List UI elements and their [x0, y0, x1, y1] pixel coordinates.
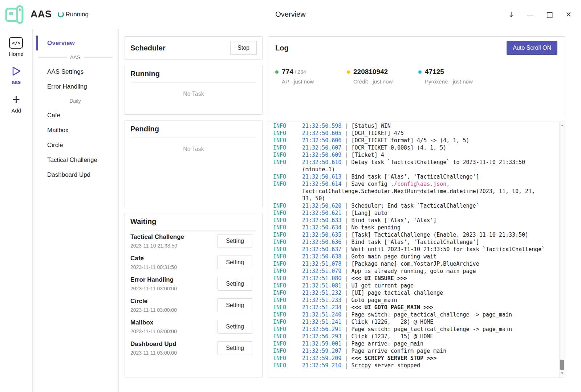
log-separator: |	[341, 246, 351, 253]
log-separator: |	[341, 319, 351, 325]
stat-value: 774	[282, 68, 293, 76]
log-text: [OCR_TICKET format] 4/5 -> (4, 1, 5)	[351, 137, 469, 144]
task-setting-button[interactable]: Setting	[218, 320, 252, 334]
nav-home[interactable]: </> Home	[9, 37, 23, 57]
nav-aas[interactable]: aas	[11, 66, 22, 85]
task-info: Mailbox2023-11-11 03:00:00	[130, 319, 177, 334]
maximize-button[interactable]: □	[546, 11, 553, 18]
menu-item-error-handling[interactable]: Error Handling	[36, 79, 113, 94]
close-button[interactable]: ✕	[565, 11, 572, 18]
log-message: 21:32:51.080 | <<< UI ENSURE >>>	[302, 275, 547, 282]
code-glyph: </>	[12, 40, 20, 46]
log-text: [Status] WIN	[351, 123, 390, 129]
menu-item-overview[interactable]: Overview	[36, 36, 113, 50]
log-entry: INFO21:32:50.637 | Wait until 2023-11-10…	[273, 246, 547, 253]
scheduler-card: Scheduler Stop	[125, 36, 263, 60]
log-text: Page switch: page_tactical_challenge -> …	[351, 311, 512, 318]
log-entry: INFO21:32:59.207 | Page arrive confirm p…	[273, 347, 547, 355]
menu-group-divider-daily: Daily	[36, 94, 113, 108]
task-setting-button[interactable]: Setting	[218, 341, 252, 355]
log-separator: |	[341, 348, 351, 354]
log-entry: INFO21:32:50.607 | [OCR_TICKET 0.008s] (…	[273, 144, 547, 151]
menu-item-dashboard-upd[interactable]: Dashboard Upd	[36, 167, 113, 182]
running-card: Running No Task	[125, 65, 263, 115]
log-separator: |	[341, 268, 351, 274]
log-level: INFO	[273, 144, 302, 151]
log-entry: INFO21:32:50.613 | Bind task ['Alas', 'T…	[273, 173, 547, 180]
log-separator: |	[341, 173, 351, 180]
plus-icon: +	[12, 94, 20, 105]
menu-item-mailbox[interactable]: Mailbox	[36, 123, 113, 138]
task-name: Mailbox	[130, 319, 177, 326]
scrollbar-up-arrow[interactable]: ▲	[560, 123, 565, 128]
scrollbar-thumb[interactable]	[560, 360, 564, 370]
log-level: INFO	[273, 209, 302, 217]
menu-item-tactical-challenge[interactable]: Tactical Challenge	[36, 152, 113, 167]
nav-add[interactable]: + Add	[11, 94, 21, 114]
task-name: Tactical Challenge	[130, 233, 184, 241]
task-next-run-time: 2023-11-11 03:00:00	[130, 350, 177, 356]
log-level: INFO	[273, 180, 302, 202]
log-entry: INFO21:32:50.605 | [OCR_TICKET] 4/5	[273, 130, 547, 137]
log-message: 21:32:51.233 | Goto page_main	[302, 297, 547, 304]
auto-scroll-toggle[interactable]: Auto Scroll ON	[507, 41, 557, 55]
log-level: INFO	[273, 340, 302, 347]
divider-line	[84, 57, 113, 58]
running-title: Running	[130, 70, 160, 78]
log-message: 21:32:51.081 | UI get current page	[302, 282, 547, 289]
task-setting-button[interactable]: Setting	[218, 277, 252, 291]
main-content: Scheduler Stop Running No Task Pending N…	[119, 29, 581, 392]
log-entry: INFO21:32:51.234 | <<< UI GOTO PAGE_MAIN…	[273, 304, 547, 311]
task-next-run-time: 2023-11-10 21:33:50	[130, 243, 184, 249]
scheduler-stop-button[interactable]: Stop	[230, 41, 257, 55]
log-message: 21:32:50.635 | [Task] TacticalChallenge …	[302, 231, 547, 238]
task-name: Dashboard Upd	[130, 340, 177, 348]
scrollbar-down-arrow[interactable]: ▼	[560, 371, 565, 376]
update-button[interactable]: ↓	[508, 11, 515, 18]
stat-dot-icon	[275, 70, 279, 74]
log-message: 21:32:50.607 | [OCR_TICKET 0.008s] (4, 1…	[302, 144, 547, 151]
log-timestamp: 21:32:50.613	[302, 173, 341, 180]
log-level: INFO	[273, 260, 302, 268]
menu-item-aas-settings[interactable]: AAS Settings	[36, 64, 113, 79]
log-timestamp: 21:32:51.232	[302, 290, 341, 296]
task-name: Error Handling	[130, 276, 177, 283]
task-setting-button[interactable]: Setting	[218, 234, 252, 248]
log-scrollbar[interactable]: ▲ ▼	[559, 122, 565, 377]
log-message: 21:32:50.598 | [Status] WIN	[302, 122, 547, 130]
running-spinner-icon	[58, 11, 64, 17]
minimize-button[interactable]: —	[527, 11, 534, 18]
log-lines: INFO21:32:50.598 | [Status] WININFO21:32…	[273, 122, 547, 369]
run-status: Running	[58, 11, 89, 18]
log-message: 21:32:51.079 | App is already running, g…	[302, 268, 547, 275]
log-card: Log Auto Scroll ON 774/ 234AP - just now…	[268, 36, 565, 116]
log-text: Save config	[351, 181, 390, 187]
task-info: Error Handling2023-11-11 03:00:00	[130, 276, 177, 291]
task-setting-button[interactable]: Setting	[218, 298, 252, 312]
log-text: [Package_name] com.YostarJP.BlueArchive	[351, 261, 479, 267]
log-separator: |	[341, 217, 351, 224]
task-setting-button[interactable]: Setting	[218, 256, 252, 269]
task-info: Circle2023-11-11 03:00:00	[130, 298, 177, 313]
log-timestamp: 21:32:50.607	[302, 144, 341, 151]
log-entry: INFO21:32:50.635 | [Task] TacticalChalle…	[273, 231, 547, 238]
log-message: 21:32:50.638 | Goto main page during wai…	[302, 253, 547, 260]
log-timestamp: 21:32:50.606	[302, 137, 341, 144]
log-timestamp: 21:32:51.234	[302, 304, 341, 311]
nav-add-label: Add	[11, 107, 21, 114]
log-level: INFO	[273, 304, 302, 311]
log-level: INFO	[273, 355, 302, 362]
running-empty-text: No Task	[130, 83, 257, 97]
log-separator: |	[341, 362, 351, 369]
log-entry: INFO21:32:50.634 | No task pending	[273, 224, 547, 231]
log-timestamp: 21:32:50.635	[302, 232, 341, 238]
log-entry: INFO21:32:51.240 | Page switch: page_tac…	[273, 311, 547, 318]
log-message: 21:32:59.207 | Page arrive confirm page_…	[302, 347, 547, 355]
waiting-task-row: Tactical Challenge2023-11-10 21:33:50Set…	[130, 230, 257, 252]
iconbar: </> Home aas + Add	[0, 29, 33, 392]
log-level: INFO	[273, 137, 302, 144]
menu-item-circle[interactable]: Circle	[36, 138, 113, 152]
log-viewer[interactable]: INFO21:32:50.598 | [Status] WININFO21:32…	[268, 122, 565, 377]
menu-item-cafe[interactable]: Cafe	[36, 108, 113, 123]
log-level: INFO	[273, 217, 302, 224]
